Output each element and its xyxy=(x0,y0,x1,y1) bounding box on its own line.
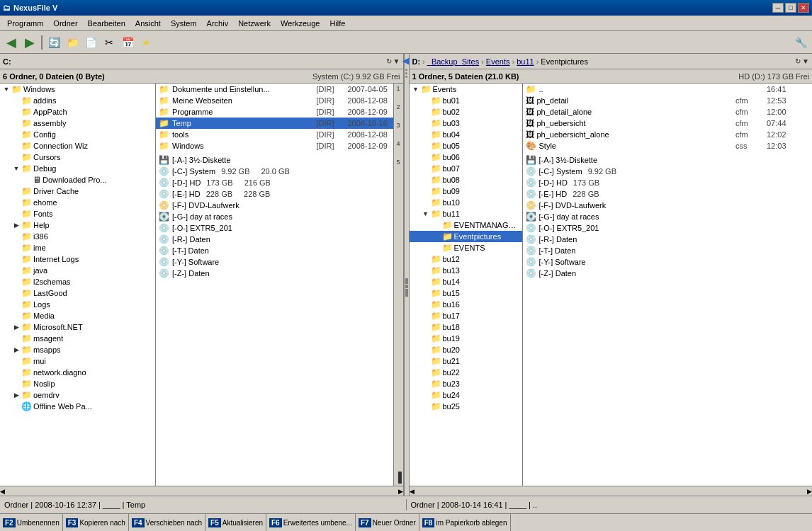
left-scroll-chart[interactable]: ▐ xyxy=(395,472,402,483)
drive-row-y[interactable]: 💿 [-Y-] Software xyxy=(156,256,393,268)
right-exp-bu10[interactable] xyxy=(421,198,431,207)
drive-row-a[interactable]: 💾 [-A-] 3½-Diskette xyxy=(156,154,393,166)
right-drive-t[interactable]: 💿 [-T-] Daten xyxy=(523,245,813,256)
right-dropdown-btn[interactable]: ▼ xyxy=(802,57,809,65)
expander-assembly[interactable] xyxy=(11,118,21,128)
drive-row-d[interactable]: 💿 [-D-] HD 173 GB 216 GB xyxy=(156,177,393,188)
drive-row-f[interactable]: 📀 [-F-] DVD-Laufwerk xyxy=(156,200,393,211)
tree-item-drivercache[interactable]: 📁 Driver Cache xyxy=(0,185,155,197)
tree-item-offlineweb[interactable]: 🌐 Offline Web Pa... xyxy=(0,401,155,412)
right-file-phdetail[interactable]: 🖼 ph_detail cfm 12:53 xyxy=(523,95,813,106)
right-tree-bu06[interactable]: 📁 bu06 xyxy=(410,152,522,163)
copy-button[interactable]: 📄 xyxy=(82,34,99,51)
right-exp-eventpics[interactable] xyxy=(432,232,442,241)
drive-row-c[interactable]: 💿 [-C-] System 9.92 GB 20.0 GB xyxy=(156,166,393,177)
expander-help[interactable]: ▶ xyxy=(11,220,21,230)
tree-item-help[interactable]: ▶ 📁 Help xyxy=(0,219,155,231)
tree-item-downloaded[interactable]: 🖥 Downloaded Pro... xyxy=(0,174,155,185)
tree-item-assembly[interactable]: 📁 assembly xyxy=(0,118,155,129)
tree-item-debug[interactable]: ▼ 📁 Debug xyxy=(0,163,155,174)
menu-programm[interactable]: Programm xyxy=(3,18,47,29)
right-tree-bu17[interactable]: 📁 bu17 xyxy=(410,310,522,321)
right-tree-bu05[interactable]: 📁 bu05 xyxy=(410,140,522,152)
right-drive-g[interactable]: 💽 [-G-] day at races xyxy=(523,211,813,222)
forward-button[interactable]: ▶ xyxy=(21,34,38,51)
expander-addins[interactable] xyxy=(11,96,21,105)
right-drive-o[interactable]: 💿 [-O-] EXTR5_201 xyxy=(523,222,813,234)
right-exp-bu05[interactable] xyxy=(421,141,431,151)
left-addr-drive[interactable]: C: xyxy=(3,57,11,66)
right-drive-a[interactable]: 💾 [-A-] 3½-Diskette xyxy=(523,154,813,166)
right-tree-eventmgr[interactable]: 📁 EVENTMANAGER an A-fs... xyxy=(410,219,522,231)
tree-item-logs[interactable]: 📁 Logs xyxy=(0,299,155,310)
right-exp-bu12[interactable] xyxy=(421,254,431,264)
right-refresh-btn[interactable]: ↻ xyxy=(795,57,801,65)
right-exp-bu02[interactable] xyxy=(421,107,431,117)
right-exp-bu09[interactable] xyxy=(421,186,431,196)
expander-noslip[interactable] xyxy=(11,379,21,389)
tree-item-msapps[interactable]: ▶ 📁 msapps xyxy=(0,344,155,355)
file-row-windows[interactable]: 📁 Windows [DIR] 2008-12-09 xyxy=(156,140,393,152)
minimize-button[interactable]: ─ xyxy=(772,3,784,13)
expander-mui[interactable] xyxy=(11,356,21,366)
file-row-temp[interactable]: 📁 Temp [DIR] 2008-10-16 xyxy=(156,118,393,129)
fk-f8[interactable]: F8 im Papierkorb ablegen xyxy=(419,514,511,531)
drive-row-t[interactable]: 💿 [-T-] Daten xyxy=(156,245,393,256)
right-tree-bu11[interactable]: ▼ 📁 bu11 xyxy=(410,208,522,219)
tree-item-lastgood[interactable]: 📁 LastGood xyxy=(0,287,155,299)
drive-row-z[interactable]: 💿 [-Z-] Daten xyxy=(156,268,393,279)
right-file-phuebersicht[interactable]: 🖼 ph_uebersicht cfm 07:44 xyxy=(523,118,813,129)
right-exp-bu23[interactable] xyxy=(421,379,431,389)
fk-f2[interactable]: F2 Umbenennen xyxy=(0,514,63,531)
right-exp-events[interactable]: ▼ xyxy=(411,84,421,94)
right-exp-bu17[interactable] xyxy=(421,311,431,321)
expander-offlineweb[interactable] xyxy=(11,401,21,411)
expander-java[interactable] xyxy=(11,266,21,275)
tree-item-connwiz[interactable]: 📁 Connection Wiz xyxy=(0,140,155,152)
right-crumb-events[interactable]: Events xyxy=(486,57,510,66)
right-tree-events2[interactable]: 📁 EVENTS xyxy=(410,242,522,253)
right-hscroll-track[interactable] xyxy=(415,488,808,495)
expander-config[interactable] xyxy=(11,130,21,139)
left-hscroll-right[interactable]: ▶ xyxy=(398,488,403,495)
right-exp-bu18[interactable] xyxy=(421,322,431,332)
file-row-meine[interactable]: 📁 Meine Webseiten [DIR] 2008-12-08 xyxy=(156,95,393,106)
right-exp-bu24[interactable] xyxy=(421,390,431,400)
tree-item-windows[interactable]: ▼ 📁 Windows xyxy=(0,84,155,95)
menu-ordner[interactable]: Ordner xyxy=(49,18,81,29)
expander-logs[interactable] xyxy=(11,299,21,309)
menu-hilfe[interactable]: Hilfe xyxy=(325,18,349,29)
right-drive-r[interactable]: 💿 [-R-] Daten xyxy=(523,234,813,245)
right-tree-bu04[interactable]: 📁 bu04 xyxy=(410,129,522,140)
right-exp-bu08[interactable] xyxy=(421,175,431,185)
right-tree-bu22[interactable]: 📁 bu22 xyxy=(410,367,522,378)
right-exp-bu16[interactable] xyxy=(421,299,431,309)
right-tree-bu24[interactable]: 📁 bu24 xyxy=(410,389,522,401)
expander-i386[interactable] xyxy=(11,232,21,241)
star-button[interactable]: ★ xyxy=(137,34,154,51)
expander-netdiag[interactable] xyxy=(11,367,21,377)
expander-l2schemas[interactable] xyxy=(11,277,21,287)
right-tree-events[interactable]: ▼ 📁 Events xyxy=(410,84,522,95)
right-tree-panel[interactable]: ▼ 📁 Events 📁 bu01 📁 bu02 📁 xyxy=(410,84,523,486)
tree-item-msnet[interactable]: ▶ 📁 Microsoft.NET xyxy=(0,321,155,333)
right-exp-bu25[interactable] xyxy=(421,401,431,411)
menu-ansicht[interactable]: Ansicht xyxy=(131,18,165,29)
right-file-dotdot[interactable]: 📁 .. 16:41 xyxy=(523,84,813,95)
tree-item-inetlogs[interactable]: 📁 Internet Logs xyxy=(0,253,155,265)
tree-item-apppatch[interactable]: 📁 AppPatch xyxy=(0,106,155,118)
left-tree-panel[interactable]: ▼ 📁 Windows 📁 addins 📁 AppPatch 📁 xyxy=(0,84,156,486)
expander-connwiz[interactable] xyxy=(11,141,21,151)
right-tree-bu12[interactable]: 📁 bu12 xyxy=(410,253,522,265)
left-hscroll[interactable]: ◀ ▶ xyxy=(0,486,403,496)
right-drive-z[interactable]: 💿 [-Z-] Daten xyxy=(523,268,813,279)
expander-fonts[interactable] xyxy=(11,209,21,219)
right-tree-bu01[interactable]: 📁 bu01 xyxy=(410,95,522,106)
expander-ime[interactable] xyxy=(11,243,21,253)
expander-apppatch[interactable] xyxy=(11,107,21,117)
tree-item-media[interactable]: 📁 Media xyxy=(0,310,155,321)
right-drive-f[interactable]: 📀 [-F-] DVD-Laufwerk xyxy=(523,200,813,211)
right-file-phuebersichtalone[interactable]: 🖼 ph_uebersicht_alone cfm 12:02 xyxy=(523,129,813,140)
file-row-tools[interactable]: 📁 tools [DIR] 2008-12-08 xyxy=(156,129,393,140)
tree-item-mui[interactable]: 📁 mui xyxy=(0,355,155,367)
